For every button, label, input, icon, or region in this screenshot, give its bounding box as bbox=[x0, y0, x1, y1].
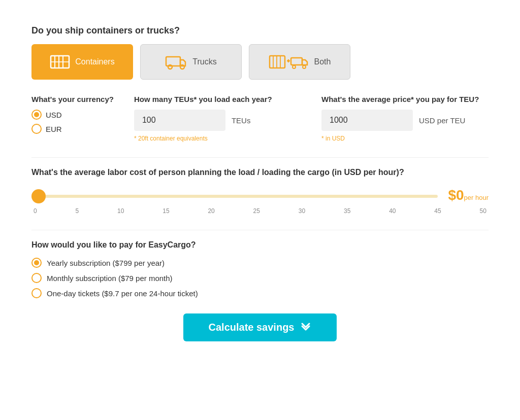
svg-point-16 bbox=[303, 65, 306, 68]
teu-section: How many TEUs* you load each year? TEUs … bbox=[134, 95, 301, 142]
usd-label: USD bbox=[46, 111, 62, 119]
price-footnote: * in USD bbox=[321, 135, 489, 142]
payment-option-monthly[interactable]: Monthly subscription ($79 per month) bbox=[31, 273, 489, 283]
containers-label: Containers bbox=[75, 57, 114, 66]
teu-input-row: TEUs bbox=[134, 110, 301, 131]
teu-input[interactable] bbox=[134, 110, 225, 131]
both-icon bbox=[269, 54, 309, 70]
currency-section: What's your currency? USD EUR bbox=[31, 95, 114, 138]
slider-wrapper bbox=[31, 191, 438, 200]
svg-rect-8 bbox=[270, 56, 285, 68]
svg-rect-14 bbox=[291, 58, 302, 65]
container-icon bbox=[50, 54, 70, 70]
usd-radio[interactable] bbox=[31, 110, 42, 120]
price-input[interactable] bbox=[321, 110, 413, 131]
tick-15: 15 bbox=[162, 207, 169, 215]
eur-option[interactable]: EUR bbox=[31, 124, 114, 134]
slider-ticks: 0 5 10 15 20 25 30 35 40 45 50 bbox=[31, 207, 489, 215]
ship-type-row: Containers Trucks bbox=[31, 44, 489, 80]
monthly-label: Monthly subscription ($79 per month) bbox=[47, 274, 173, 283]
labor-per-hour: per hour bbox=[464, 194, 489, 201]
teu-question: How many TEUs* you load each year? bbox=[134, 95, 301, 103]
labor-section: What's the average labor cost of person … bbox=[31, 168, 489, 215]
currency-teu-price-row: What's your currency? USD EUR How many T… bbox=[31, 95, 489, 142]
divider-1 bbox=[31, 157, 489, 158]
tick-40: 40 bbox=[389, 207, 396, 215]
currency-question: What's your currency? bbox=[31, 95, 114, 103]
truck-icon bbox=[165, 54, 187, 70]
trucks-button[interactable]: Trucks bbox=[140, 44, 242, 80]
payment-question: How would you like to pay for EasyCargo? bbox=[31, 240, 489, 250]
tick-35: 35 bbox=[344, 207, 350, 215]
oneday-radio[interactable] bbox=[31, 288, 42, 298]
monthly-radio[interactable] bbox=[31, 273, 42, 283]
tick-30: 30 bbox=[299, 207, 305, 215]
calculate-btn-row: Calculate savings bbox=[31, 313, 489, 341]
price-question: What's the average price* you pay for TE… bbox=[321, 95, 489, 103]
page-container: Do you ship containers or trucks? Contai… bbox=[11, 10, 509, 357]
slider-container: $0per hour bbox=[31, 187, 489, 203]
tick-45: 45 bbox=[434, 207, 441, 215]
oneday-label: One-day tickets ($9.7 per one 24-hour ti… bbox=[47, 289, 198, 298]
svg-point-7 bbox=[180, 65, 184, 69]
tick-5: 5 bbox=[76, 207, 79, 215]
labor-value-display: $0per hour bbox=[448, 187, 489, 203]
usd-option[interactable]: USD bbox=[31, 110, 114, 120]
calculate-label: Calculate savings bbox=[209, 322, 295, 333]
labor-dollar-value: $0 bbox=[448, 187, 464, 203]
shipping-question: Do you ship containers or trucks? bbox=[31, 25, 489, 36]
teu-footnote: * 20ft container equivalents bbox=[134, 135, 301, 142]
tick-25: 25 bbox=[253, 207, 260, 215]
tick-20: 20 bbox=[208, 207, 214, 215]
chevron-down-icon bbox=[300, 322, 311, 333]
containers-button[interactable]: Containers bbox=[31, 44, 133, 80]
calculate-button[interactable]: Calculate savings bbox=[183, 313, 337, 341]
svg-point-15 bbox=[292, 65, 296, 68]
eur-label: EUR bbox=[46, 125, 62, 133]
yearly-label: Yearly subscription ($799 per year) bbox=[47, 259, 165, 267]
price-input-row: USD per TEU bbox=[321, 110, 489, 131]
price-unit: USD per TEU bbox=[419, 116, 465, 125]
payment-section: How would you like to pay for EasyCargo?… bbox=[31, 240, 489, 298]
yearly-radio[interactable] bbox=[31, 258, 42, 268]
both-label: Both bbox=[314, 57, 331, 66]
teu-unit: TEUs bbox=[232, 116, 251, 125]
labor-question: What's the average labor cost of person … bbox=[31, 168, 489, 177]
tick-10: 10 bbox=[117, 207, 124, 215]
both-button[interactable]: Both bbox=[249, 44, 350, 80]
divider-2 bbox=[31, 230, 489, 230]
eur-radio[interactable] bbox=[31, 124, 42, 134]
payment-option-oneday[interactable]: One-day tickets ($9.7 per one 24-hour ti… bbox=[31, 288, 489, 298]
tick-0: 0 bbox=[34, 207, 37, 215]
payment-option-yearly[interactable]: Yearly subscription ($799 per year) bbox=[31, 258, 489, 268]
labor-slider[interactable] bbox=[31, 195, 438, 198]
price-section: What's the average price* you pay for TE… bbox=[321, 95, 489, 142]
svg-rect-5 bbox=[166, 57, 180, 66]
trucks-label: Trucks bbox=[192, 57, 216, 66]
svg-point-6 bbox=[168, 65, 172, 69]
tick-50: 50 bbox=[480, 207, 486, 215]
